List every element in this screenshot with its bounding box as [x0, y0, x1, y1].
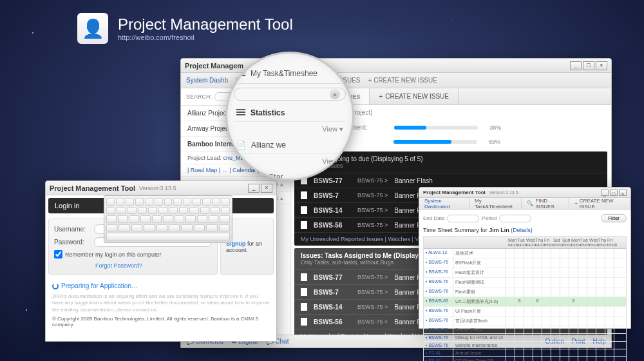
virtual-keyboard[interactable]: [104, 195, 232, 243]
chevron-right-icon: »: [330, 89, 340, 99]
menu-create[interactable]: + CREATE NEW ISSUE: [368, 77, 437, 84]
login-version: Version:3.13.5: [139, 185, 176, 191]
ts-tab-dashboard[interactable]: System Dashboard: [419, 198, 469, 209]
timesheet-row[interactable]: ▪ BSWS-65UX二期素描补充(4.6)888: [424, 297, 626, 307]
doc-icon: [301, 273, 307, 281]
ts-title: Project Management Tool: [423, 190, 486, 195]
magnifier-lens: My Task&Timeshee » Statistics View ▾ 📄Al…: [225, 52, 354, 180]
timesheet-row[interactable]: ▪ FS-43OT Given Time Off: [424, 357, 626, 361]
filter-button[interactable]: Filter: [601, 214, 627, 222]
main-title: Project Managem: [185, 62, 243, 70]
doc-icon: [301, 206, 307, 214]
doc-icon: [301, 288, 307, 296]
ts-tab-find[interactable]: 🔍 FIND ISSUES: [522, 198, 569, 209]
forgot-password-link[interactable]: Forgot Password?: [95, 262, 212, 269]
progress-bar-2: [393, 140, 477, 144]
hero-avatar: 👤: [77, 13, 108, 44]
copyright: © Copyright 2009 Bamboo Technologies, Li…: [52, 316, 270, 327]
issue-row[interactable]: BSWS-77BSWS-75 >Banner Flash: [294, 173, 607, 188]
mag-search[interactable]: »: [234, 88, 346, 101]
timesheet-row[interactable]: ▪ BSWS-76UI Flash开发: [424, 307, 626, 317]
ts-minimize[interactable]: _: [601, 190, 609, 196]
hero-url: http://weibo.com/freshoil: [118, 34, 293, 41]
ts-tab-create[interactable]: + CREATE NEW ISSUE: [569, 198, 630, 209]
password-label: Password:: [54, 239, 91, 246]
bars-icon: [236, 109, 245, 117]
file-icon: 📄: [236, 141, 246, 150]
timesheet-row[interactable]: ▪ BSWS-76首页UI多首flash: [424, 317, 626, 326]
ts-maximize[interactable]: □: [610, 190, 618, 196]
login-minimize[interactable]: _: [248, 184, 260, 193]
timesheet-row[interactable]: ▪ BSWS-76Debug for HTML and UI: [424, 334, 626, 342]
timesheet-row[interactable]: ▪ BSWS-76Flash素材: [424, 288, 626, 297]
spinner-icon: [52, 283, 59, 289]
maximize-button[interactable]: □: [583, 61, 594, 70]
period-label: Period: [482, 215, 497, 221]
tab-create-issue[interactable]: + CREATE NEW ISSUE: [370, 88, 459, 104]
hero-title: Project Management Tool: [118, 15, 293, 34]
timesheet-row[interactable]: ▪ ALWS-12其他技术: [424, 249, 626, 259]
menu-dashboard[interactable]: System Dashb: [186, 77, 228, 84]
timesheet-row[interactable]: ▪ BSWS-75BSFlash开发: [424, 259, 626, 268]
timesheet-row[interactable]: ▪ BSWS-76website maintenance: [424, 342, 626, 349]
doc-icon: [301, 318, 307, 326]
minimize-button[interactable]: _: [570, 61, 582, 70]
period-input[interactable]: [499, 215, 531, 222]
remember-checkbox[interactable]: [54, 250, 62, 259]
timesheet-row[interactable]: ▪ BSWS-76Banner Flash: [424, 326, 626, 334]
ts-tab-tasks[interactable]: My Task&Timesheet: [469, 198, 522, 209]
login-title: Project Management Tool: [50, 184, 135, 192]
timesheet-row[interactable]: ▪ BSWS-76Flash组装设计: [424, 268, 626, 278]
ts-details-link[interactable]: (Details): [511, 227, 533, 233]
ts-close[interactable]: ×: [619, 190, 627, 196]
remember-label: Remember my login on this computer: [65, 251, 162, 258]
login-window: Project Management Tool Version:3.13.5 _…: [45, 180, 277, 342]
login-blurb: JIRA's documentation is an ongoing effor…: [52, 293, 270, 313]
preparing-text: Preparing for Application…: [61, 282, 138, 289]
close-button[interactable]: ×: [596, 61, 607, 70]
end-date-label: End Date: [423, 215, 444, 221]
progress-bar-1: [394, 126, 478, 130]
timesheet-row[interactable]: ▪ FS-41Annual leave: [424, 349, 626, 357]
doc-icon: [301, 221, 307, 229]
end-date-input[interactable]: [447, 215, 479, 222]
timesheet-window: Project Management Tool Version:3.13.5 _…: [419, 187, 631, 329]
mag-tab-label: My Task&Timeshee: [251, 69, 317, 78]
username-label: Username:: [54, 226, 91, 233]
search-label: SEARCH:: [186, 93, 212, 100]
doc-icon: [301, 303, 307, 311]
ts-user: Jim Lin: [489, 227, 509, 233]
login-close[interactable]: ×: [261, 184, 272, 193]
doc-icon: [301, 191, 307, 199]
timesheet-row[interactable]: ▪ BSWS-76Flash调整测试: [424, 278, 626, 288]
